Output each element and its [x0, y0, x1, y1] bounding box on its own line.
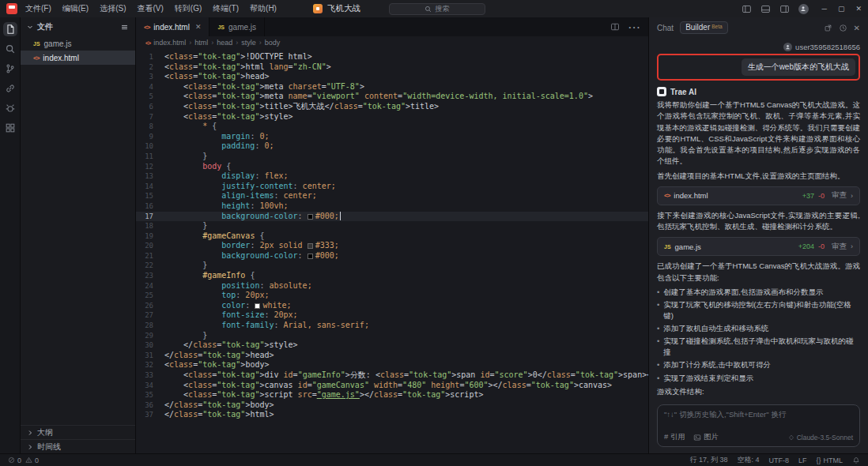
code-line-35[interactable]: 35 <class="tok-tag">script src="game.js"…: [136, 390, 648, 400]
breadcrumb-item[interactable]: style: [241, 39, 256, 47]
code-line-17[interactable]: 17 background-color: #000;: [136, 212, 648, 222]
code-line-29[interactable]: 29 }: [136, 331, 648, 341]
code-line-4[interactable]: 4 <class="tok-tag">meta charset="UTF-8">: [136, 82, 648, 92]
code-line-27[interactable]: 27 font-size: 20px;: [136, 310, 648, 321]
code-line-18[interactable]: 18 }: [136, 221, 648, 231]
code-line-30[interactable]: 30 </class="tok-tag">style>: [136, 340, 648, 351]
tab-gamejs[interactable]: JS game.js: [209, 17, 265, 36]
file-card-gamejs[interactable]: JS game.js +204 -0 审查 ›: [657, 237, 860, 256]
eol-sequence[interactable]: LF: [798, 457, 807, 464]
code-line-3[interactable]: 3<class="tok-tag">head>: [136, 72, 648, 82]
history-icon[interactable]: [839, 24, 847, 32]
chevron-down-icon[interactable]: [27, 24, 33, 30]
breadcrumb-item[interactable]: html: [194, 39, 208, 47]
code-line-21[interactable]: 21 background-color: #000;: [136, 251, 648, 261]
code-line-28[interactable]: 28 font-family: Arial, sans-serif;: [136, 321, 648, 331]
maximize-button[interactable]: ▢: [838, 5, 845, 13]
explorer-icon[interactable]: [3, 22, 17, 36]
code-line-8[interactable]: 8 * {: [136, 122, 648, 132]
code-line-22[interactable]: 22 }: [136, 261, 648, 271]
code-line-26[interactable]: 26 color: white;: [136, 301, 648, 311]
timeline-section[interactable]: 时间线: [21, 439, 135, 453]
global-search[interactable]: 搜索: [389, 3, 485, 15]
bullet-item: •实现了游戏结束判定和显示: [657, 373, 860, 384]
explorer-actions-icon[interactable]: [120, 23, 129, 32]
split-editor-icon[interactable]: [610, 22, 620, 32]
minimize-button[interactable]: ─: [822, 5, 827, 13]
review-button[interactable]: 审查: [832, 190, 847, 201]
code-line-12[interactable]: 12 body {: [136, 162, 648, 172]
file-item-gamejs[interactable]: JS game.js: [21, 36, 135, 51]
structure-heading: 游戏文件结构:: [657, 386, 860, 397]
toggle-sidebar-left-icon[interactable]: [742, 4, 752, 14]
outline-section[interactable]: 大纲: [21, 425, 135, 439]
notifications-bell-icon[interactable]: [852, 457, 860, 464]
code-line-32[interactable]: 32<class="tok-tag">body>: [136, 360, 648, 370]
menu-file[interactable]: 文件(F): [25, 3, 51, 14]
cursor-position[interactable]: 行 17, 列 38: [689, 455, 727, 465]
menu-edit[interactable]: 编辑(E): [62, 3, 89, 14]
problems-summary[interactable]: 0 0: [8, 457, 39, 464]
extensions-icon[interactable]: [3, 121, 17, 135]
breadcrumb-item[interactable]: head: [217, 39, 232, 47]
toggle-sidebar-right-icon[interactable]: [779, 4, 790, 14]
code-line-25[interactable]: 25 top: 20px;: [136, 291, 648, 301]
link-icon[interactable]: [3, 81, 17, 96]
tab-builder[interactable]: Builder Beta: [680, 21, 728, 34]
workspace-name[interactable]: 飞机大战: [327, 3, 360, 14]
tab-chat[interactable]: Chat: [657, 24, 674, 32]
chat-input-box[interactable]: "↑↓" 切换历史输入,"Shift+Enter" 换行 # 引用 图片 Cla…: [657, 404, 860, 447]
trae-logo[interactable]: [6, 3, 17, 14]
code-line-20[interactable]: 20 border: 2px solid #333;: [136, 241, 648, 251]
file-card-indexhtml[interactable]: <> index.html +37 -0 审查 ›: [657, 186, 860, 205]
encoding[interactable]: UTF-8: [768, 457, 789, 464]
code-line-14[interactable]: 14 justify-content: center;: [136, 182, 648, 192]
code-line-15[interactable]: 15 align-items: center;: [136, 191, 648, 201]
close-chat-icon[interactable]: ✕: [854, 24, 860, 32]
reference-button[interactable]: # 引用: [664, 432, 685, 442]
open-in-editor-icon[interactable]: [824, 24, 832, 32]
code-line-9[interactable]: 9 margin: 0;: [136, 132, 648, 142]
code-line-16[interactable]: 16 height: 100vh;: [136, 201, 648, 212]
account-avatar[interactable]: [798, 4, 809, 14]
code-line-36[interactable]: 36</class="tok-tag">body>: [136, 400, 648, 411]
model-selector[interactable]: Claude-3.5-Sonnet: [788, 434, 853, 442]
image-button[interactable]: 图片: [693, 432, 719, 442]
tab-indexhtml[interactable]: <> index.html ✕: [136, 17, 209, 36]
code-line-13[interactable]: 13 display: flex;: [136, 171, 648, 182]
menu-help[interactable]: 帮助(H): [250, 3, 277, 14]
code-line-6[interactable]: 6 <class="tok-tag">title>飞机大战</class="to…: [136, 102, 648, 112]
code-line-33[interactable]: 33 <class="tok-tag">div id="gameInfo">分数…: [136, 370, 648, 381]
code-line-7[interactable]: 7 <class="tok-tag">style>: [136, 112, 648, 122]
code-line-34[interactable]: 34 <class="tok-tag">canvas id="gameCanva…: [136, 381, 648, 391]
user-message-bubble[interactable]: 生成一个web版本的飞机大战: [742, 58, 855, 76]
review-button[interactable]: 审查: [832, 242, 847, 252]
close-button[interactable]: ✕: [855, 5, 862, 13]
toggle-panel-bottom-icon[interactable]: [760, 4, 771, 14]
code-line-5[interactable]: 5 <class="tok-tag">meta name="viewport" …: [136, 92, 648, 102]
menu-view[interactable]: 查看(V): [137, 3, 163, 14]
more-actions-icon[interactable]: ⋯: [628, 20, 640, 35]
close-tab-icon[interactable]: ✕: [195, 23, 202, 31]
search-sidebar-icon[interactable]: [3, 42, 17, 56]
code-line-37[interactable]: 37</class="tok-tag">html>: [136, 410, 648, 420]
source-control-icon[interactable]: [3, 62, 17, 76]
indentation[interactable]: 空格: 4: [737, 455, 759, 465]
code-line-24[interactable]: 24 position: absolute;: [136, 281, 648, 291]
menu-selection[interactable]: 选择(S): [100, 3, 126, 14]
code-line-19[interactable]: 19 #gameCanvas {: [136, 231, 648, 242]
language-mode[interactable]: {}HTML: [816, 457, 843, 464]
bullet-item: •实现了玩家飞机的移动控制(左右方向键)和射击功能(空格键): [657, 299, 860, 321]
code-line-31[interactable]: 31</class="tok-tag">head>: [136, 351, 648, 361]
file-item-indexhtml[interactable]: <> index.html: [21, 51, 135, 65]
code-line-23[interactable]: 23 #gameInfo {: [136, 271, 648, 281]
menu-terminal[interactable]: 终端(T): [213, 3, 239, 14]
breadcrumb-item[interactable]: body: [265, 39, 281, 47]
code-line-2[interactable]: 2<class="tok-tag">html lang="zh-CN">: [136, 62, 648, 73]
code-line-10[interactable]: 10 padding: 0;: [136, 141, 648, 152]
breadcrumb-item[interactable]: index.html: [153, 39, 186, 47]
code-line-11[interactable]: 11 }: [136, 152, 648, 162]
menu-goto[interactable]: 转到(G): [175, 3, 202, 14]
code-line-1[interactable]: 1<class="tok-tag">!DOCTYPE html>: [136, 52, 648, 62]
run-debug-icon[interactable]: [3, 101, 17, 115]
